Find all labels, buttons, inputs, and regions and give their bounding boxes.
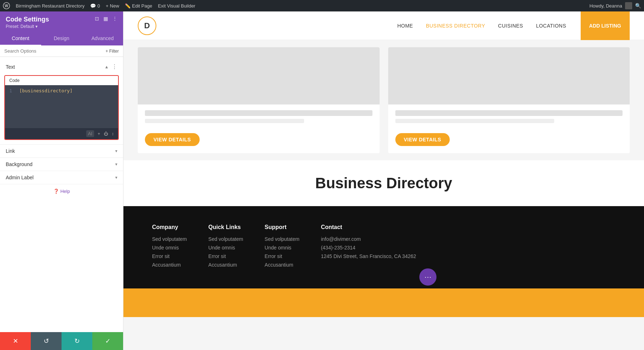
exit-builder-link[interactable]: Exit Visual Builder	[158, 3, 195, 9]
background-section-header[interactable]: Background ▾	[0, 158, 123, 171]
link-section-header[interactable]: Link ▾	[0, 145, 123, 157]
search-input[interactable]	[4, 48, 103, 54]
section-menu-icon[interactable]: ⋮	[112, 63, 117, 70]
admin-search-icon[interactable]: 🔍	[635, 3, 641, 9]
comments-link[interactable]: 💬 0	[90, 3, 100, 9]
footer-bottom	[123, 288, 644, 317]
add-listing-button[interactable]: ADD LISTING	[581, 11, 630, 40]
text-section-header[interactable]: Text ▲ ⋮	[0, 60, 123, 74]
footer-col-company: Company Sed volputatem Unde omnis Error …	[152, 224, 187, 271]
sidebar-content: Text ▲ ⋮ Code 1 [businessdirectory]	[0, 57, 123, 332]
admin-bar-right: Howdy, Deanna 🔍	[589, 2, 641, 9]
edit-page-link[interactable]: ✏️ Edit Page	[125, 3, 152, 9]
sort-icon[interactable]: ↕	[112, 131, 114, 136]
cards-section: VIEW DETAILS VIEW DETAILS	[123, 40, 644, 160]
power-icon[interactable]: ⏻	[104, 131, 108, 136]
card-body-2	[388, 104, 630, 129]
sidebar-header: Code Settings Preset: Default ▾ ⊡ ▦ ⋮	[0, 11, 123, 32]
site-name[interactable]: Birmingham Restaurant Directory	[16, 3, 84, 9]
nav-business-directory[interactable]: BUSINESS DIRECTORY	[426, 23, 485, 29]
howdy-label: Howdy, Deanna	[589, 3, 622, 9]
background-section: Background ▾	[0, 157, 123, 171]
footer-link-phone[interactable]: (434)-235-2314	[321, 245, 416, 251]
admin-label-section-title: Admin Label	[6, 175, 34, 180]
wp-logo[interactable]: W	[3, 2, 10, 9]
save-button[interactable]: ✓	[92, 332, 123, 350]
footer-link-support-1[interactable]: Sed volputatem	[265, 236, 299, 242]
card-desc-placeholder	[145, 119, 304, 123]
code-line-1: 1 [businessdirectory]	[9, 88, 114, 93]
site-logo: D	[138, 16, 156, 35]
footer-col-contact: Contact info@divimer.com (434)-235-2314 …	[321, 224, 416, 271]
background-section-title: Background	[6, 161, 33, 167]
code-label: Code	[5, 76, 118, 85]
footer-link-company-3[interactable]: Error sit	[152, 253, 187, 259]
user-avatar	[625, 2, 632, 9]
main-layout: Code Settings Preset: Default ▾ ⊡ ▦ ⋮ Co…	[0, 11, 644, 350]
tab-design[interactable]: Design	[41, 32, 82, 45]
undo-button[interactable]: ↺	[31, 332, 62, 350]
new-link[interactable]: + New	[106, 3, 119, 9]
link-section-title: Link	[6, 148, 15, 154]
card-title-placeholder	[145, 110, 372, 116]
nav-home[interactable]: HOME	[397, 23, 413, 29]
footer-link-company-1[interactable]: Sed volputatem	[152, 236, 187, 242]
card-1: VIEW DETAILS	[138, 47, 380, 153]
footer-link-quick-3[interactable]: Error sit	[208, 253, 243, 259]
sidebar-tabs: Content Design Advanced	[0, 32, 123, 45]
view-details-button-1[interactable]: VIEW DETAILS	[145, 133, 200, 146]
admin-label-section-header[interactable]: Admin Label ▾	[0, 171, 123, 184]
footer-link-support-3[interactable]: Error sit	[265, 253, 299, 259]
footer-link-support-2[interactable]: Unde omnis	[265, 245, 299, 251]
text-section-icons: ▲ ⋮	[104, 63, 117, 70]
view-details-button-2[interactable]: VIEW DETAILS	[395, 133, 450, 146]
footer-col-support: Support Sed volputatem Unde omnis Error …	[265, 224, 299, 271]
site-footer: Company Sed volputatem Unde omnis Error …	[123, 206, 644, 288]
card-2: VIEW DETAILS	[388, 47, 630, 153]
cancel-button[interactable]: ✕	[0, 332, 31, 350]
admin-label-section: Admin Label ▾	[0, 171, 123, 184]
filter-button[interactable]: + Filter	[106, 49, 119, 54]
sidebar-bottom-bar: ✕ ↺ ↻ ✓	[0, 332, 123, 350]
nav-locations[interactable]: LOCATIONS	[536, 23, 566, 29]
footer-link-quick-1[interactable]: Sed volputatem	[208, 236, 243, 242]
site-nav: HOME BUSINESS DIRECTORY CUISINES LOCATIO…	[397, 23, 566, 29]
help-icon: ❓	[53, 189, 59, 194]
sidebar-header-top: Code Settings Preset: Default ▾ ⊡ ▦ ⋮	[6, 16, 117, 29]
maximize-icon[interactable]: ⊡	[95, 16, 99, 21]
footer-link-quick-2[interactable]: Unde omnis	[208, 245, 243, 251]
text-section: Text ▲ ⋮ Code 1 [businessdirectory]	[0, 60, 123, 140]
tab-advanced[interactable]: Advanced	[82, 32, 123, 45]
code-editor[interactable]: 1 [businessdirectory]	[5, 85, 118, 128]
footer-col-quicklinks: Quick Links Sed volputatem Unde omnis Er…	[208, 224, 243, 271]
footer-link-company-2[interactable]: Unde omnis	[152, 245, 187, 251]
sidebar-preset: Preset: Default ▾	[6, 24, 49, 29]
footer-link-email[interactable]: info@divimer.com	[321, 236, 416, 242]
card-image-2	[388, 47, 630, 104]
footer-link-address[interactable]: 1245 Divi Street, San Francisco, CA 3426…	[321, 253, 416, 259]
ai-button[interactable]: AI	[86, 130, 94, 137]
card-desc-placeholder-2	[395, 119, 555, 123]
footer-link-company-4[interactable]: Accusantium	[152, 262, 187, 268]
card-body-1	[138, 104, 380, 129]
redo-button[interactable]: ↻	[62, 332, 92, 350]
more-icon[interactable]: ⋮	[112, 16, 117, 21]
header-actions: ⊡ ▦ ⋮	[95, 16, 117, 21]
card-image-1	[138, 47, 380, 104]
help-link[interactable]: ❓ Help	[6, 189, 117, 194]
footer-link-quick-4[interactable]: Accusantium	[208, 262, 243, 268]
search-bar: + Filter	[0, 45, 123, 57]
fab-button[interactable]: ⋯	[419, 268, 436, 286]
nav-cuisines[interactable]: CUISINES	[498, 23, 523, 29]
sidebar-title: Code Settings	[6, 16, 49, 23]
add-code-icon[interactable]: +	[98, 131, 100, 136]
footer-link-support-4[interactable]: Accusantium	[265, 262, 299, 268]
columns-icon[interactable]: ▦	[103, 16, 108, 21]
admin-bar: W Birmingham Restaurant Directory 💬 0 + …	[0, 0, 644, 11]
admin-label-section-icons: ▾	[115, 175, 117, 180]
line-number: 1	[9, 88, 15, 93]
page-content[interactable]: VIEW DETAILS VIEW DETAILS Business Direc…	[123, 40, 644, 350]
footer-col-title-contact: Contact	[321, 224, 416, 230]
card-title-placeholder-2	[395, 110, 623, 116]
tab-content[interactable]: Content	[0, 32, 41, 45]
